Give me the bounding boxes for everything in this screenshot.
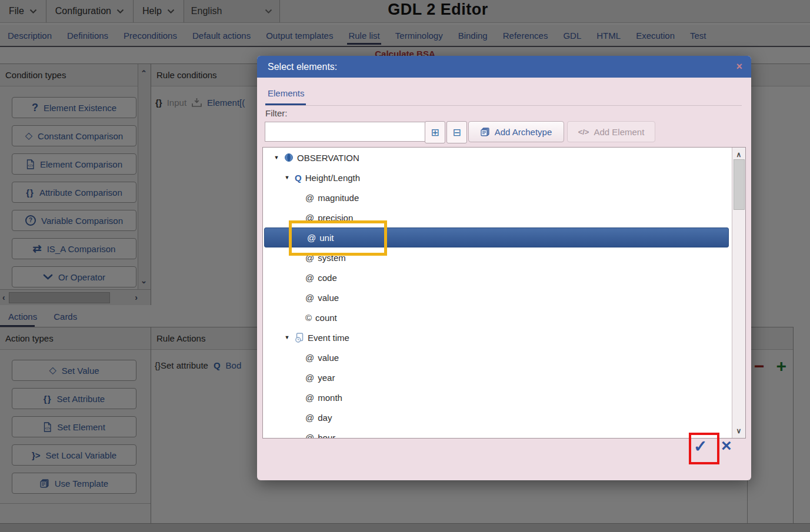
collapse-all-button[interactable]: ⊟ bbox=[446, 121, 467, 143]
tree-row-event-time[interactable]: ▼Event time bbox=[263, 327, 732, 347]
tree-label: system bbox=[318, 253, 346, 263]
filter-input[interactable] bbox=[265, 122, 431, 142]
tree-row-year[interactable]: @year bbox=[263, 367, 732, 387]
add-element-label: Add Element bbox=[594, 127, 644, 137]
select-elements-dialog: Select elements: × Elements Filter: ⊞ ⊟ … bbox=[257, 56, 751, 480]
attribute-at-icon: @ bbox=[305, 373, 314, 382]
attribute-at-icon: @ bbox=[305, 433, 314, 439]
tree-row-month[interactable]: @month bbox=[263, 387, 732, 407]
expand-all-button[interactable]: ⊞ bbox=[425, 121, 445, 143]
attribute-at-icon: @ bbox=[305, 413, 314, 422]
collapse-all-icon: ⊟ bbox=[452, 126, 461, 139]
count-icon: © bbox=[305, 313, 312, 322]
tree-label: code bbox=[318, 273, 337, 283]
divider bbox=[265, 105, 742, 106]
tree-row-observation[interactable]: ▼OBSERVATION bbox=[263, 148, 732, 168]
attribute-at-icon: @ bbox=[305, 253, 314, 262]
attribute-at-icon: @ bbox=[305, 213, 314, 222]
tree-label: Height/Length bbox=[305, 173, 360, 183]
tree-label: value bbox=[318, 293, 339, 303]
elements-tree: ▼OBSERVATION▼QHeight/Length@magnitude@pr… bbox=[262, 147, 746, 439]
expander-icon[interactable]: ▼ bbox=[272, 155, 281, 160]
tree-rows: ▼OBSERVATION▼QHeight/Length@magnitude@pr… bbox=[263, 148, 732, 439]
attribute-at-icon: @ bbox=[305, 193, 314, 202]
tree-row-code[interactable]: @code bbox=[263, 267, 732, 287]
tree-row-hour[interactable]: @hour bbox=[263, 427, 732, 439]
tab-elements[interactable]: Elements bbox=[268, 88, 305, 98]
tree-row-height-length[interactable]: ▼QHeight/Length bbox=[263, 168, 732, 188]
scroll-up-icon[interactable]: ∧ bbox=[732, 150, 745, 159]
tree-label: unit bbox=[319, 233, 334, 243]
attribute-at-icon: @ bbox=[307, 233, 316, 242]
dialog-title: Select elements: bbox=[257, 62, 337, 72]
tree-label: Event time bbox=[308, 333, 349, 343]
add-archetype-label: Add Archetype bbox=[495, 127, 552, 137]
quantity-icon: Q bbox=[295, 173, 302, 182]
tree-label: precision bbox=[318, 213, 353, 223]
tree-row-count[interactable]: ©count bbox=[263, 307, 732, 327]
scroll-down-icon[interactable]: ∨ bbox=[732, 427, 745, 435]
tree-row-value[interactable]: @value bbox=[263, 347, 732, 367]
tree-label: OBSERVATION bbox=[297, 153, 359, 163]
event-time-icon bbox=[295, 333, 304, 343]
observation-eye-icon bbox=[284, 153, 294, 162]
expander-icon[interactable]: ▼ bbox=[283, 334, 291, 340]
gdl-editor-window: FileConfigurationHelpEnglish GDL 2 Edito… bbox=[0, 0, 810, 532]
stack-icon bbox=[481, 128, 490, 136]
tree-row-precision[interactable]: @precision bbox=[263, 208, 732, 227]
cancel-button[interactable]: × bbox=[721, 436, 732, 456]
scrollbar-thumb[interactable] bbox=[734, 159, 745, 210]
tree-row-day[interactable]: @day bbox=[263, 407, 732, 427]
expand-all-icon: ⊞ bbox=[431, 126, 439, 139]
tree-label: hour bbox=[318, 433, 335, 439]
expander-icon[interactable]: ▼ bbox=[283, 175, 291, 180]
attribute-at-icon: @ bbox=[305, 273, 314, 282]
tree-label: month bbox=[318, 393, 342, 403]
tree-row-magnitude[interactable]: @magnitude bbox=[263, 188, 732, 208]
tree-label: value bbox=[318, 353, 339, 363]
add-element-button[interactable]: </> Add Element bbox=[567, 121, 655, 142]
attribute-at-icon: @ bbox=[305, 393, 314, 402]
close-icon[interactable]: × bbox=[736, 61, 751, 73]
filter-label: Filter: bbox=[265, 108, 288, 118]
attribute-at-icon: @ bbox=[305, 353, 314, 362]
dialog-header: Select elements: × bbox=[257, 56, 751, 78]
tree-label: count bbox=[315, 313, 337, 323]
confirm-button[interactable]: ✓ bbox=[694, 437, 707, 456]
add-archetype-button[interactable]: Add Archetype bbox=[468, 121, 564, 142]
attribute-at-icon: @ bbox=[305, 293, 314, 302]
tree-row-value[interactable]: @value bbox=[263, 287, 732, 307]
tree-label: day bbox=[318, 413, 332, 423]
code-icon: </> bbox=[578, 128, 589, 136]
tree-scrollbar[interactable]: ∧ ∨ bbox=[732, 148, 745, 438]
tree-label: magnitude bbox=[318, 193, 359, 203]
tree-row-unit[interactable]: @unit bbox=[264, 227, 729, 247]
tree-row-system[interactable]: @system bbox=[263, 247, 732, 267]
tree-label: year bbox=[318, 373, 335, 383]
